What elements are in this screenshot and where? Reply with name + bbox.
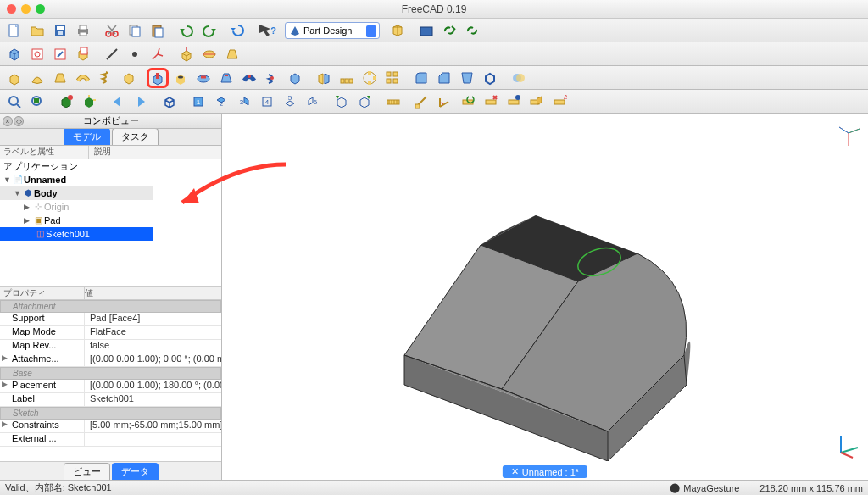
edit-sketch-button[interactable] [49,44,71,64]
close-tab-icon[interactable]: ✕ [511,466,519,477]
revolve-button[interactable] [198,44,220,64]
iso-view-icon[interactable] [159,92,181,112]
measure-toggle-icon[interactable] [503,92,525,112]
sub-prim-icon[interactable] [284,68,306,88]
open-file-button[interactable] [26,20,48,41]
prop-constraints[interactable]: ▶Constraints[5.00 mm;-65.00 mm;15.00 mm] [0,420,221,433]
nav-cube-icon[interactable] [834,119,863,147]
fit-selection-icon[interactable] [26,92,48,112]
new-file-button[interactable] [3,20,25,41]
linear-pattern-icon[interactable] [336,68,358,88]
front-view-icon[interactable]: 1 [187,92,209,112]
datum-point-icon[interactable] [124,44,146,64]
panel-close-icon[interactable]: × [3,116,13,126]
prop-placement[interactable]: ▶Placement[(0.00 0.00 1.00); 180.00 °; (… [0,380,221,393]
tab-data[interactable]: データ [112,463,159,480]
additive-prim-icon[interactable] [118,68,140,88]
pad-icon[interactable] [3,68,25,88]
measure-refresh-icon[interactable] [457,92,479,112]
copy-button[interactable] [124,20,146,41]
top-view-icon[interactable]: 2 [210,92,232,112]
link-actions-icon[interactable] [461,20,483,41]
measure-toggle3d-icon[interactable] [526,92,548,112]
tree-body[interactable]: ▼⬢Body [0,186,153,200]
3d-viewport[interactable]: ✕Unnamed : 1* [222,114,868,480]
right-view-icon[interactable]: 3 [233,92,255,112]
model-tree[interactable]: アプリケーション ▼📄Unnamed ▼⬢Body ▶⊹Origin ▶▣Pad… [0,159,221,286]
nav-style-label[interactable]: MayaGesture [683,483,739,493]
tree-origin[interactable]: ▶⊹Origin [0,200,221,214]
thickness-icon[interactable] [479,68,501,88]
workbench-selector[interactable]: Part Design [285,22,380,39]
bottom-view-icon[interactable]: 5 [279,92,301,112]
redo-button[interactable] [198,20,220,41]
sub-loft-icon[interactable] [215,68,237,88]
hole-icon[interactable] [170,68,192,88]
pocket-button-highlighted[interactable] [147,68,169,88]
multitransform-icon[interactable] [381,68,403,88]
datum-line-icon[interactable] [101,44,123,64]
sub-helix-icon[interactable] [261,68,283,88]
paste-button[interactable] [147,20,169,41]
sketch-icon: ◫ [34,229,46,239]
mirror-icon[interactable] [313,68,335,88]
nav-back-icon[interactable] [107,92,129,112]
loft-button[interactable] [221,44,243,64]
prop-mapmode[interactable]: Map ModeFlatFace [0,326,221,340]
tab-task[interactable]: タスク [112,128,159,145]
tab-view[interactable]: ビュー [64,463,110,480]
tree-sketch-selected[interactable]: ◫Sketch001 [0,227,153,241]
rotate-left-icon[interactable] [331,92,353,112]
draft-icon[interactable] [456,68,478,88]
map-sketch-button[interactable] [72,44,94,64]
prop-maprev[interactable]: Map Rev...false [0,340,221,353]
datum-cs-icon[interactable] [147,44,169,64]
save-button[interactable] [49,20,71,41]
rear-view-icon[interactable]: 4 [256,92,278,112]
panel-float-icon[interactable]: ◇ [14,116,24,126]
boolean-icon[interactable] [508,68,530,88]
prop-attachoffset[interactable]: ▶Attachme...[(0.00 0.00 1.00); 0.00 °; (… [0,353,221,367]
chamfer-icon[interactable] [433,68,455,88]
measure-clear-icon[interactable] [480,92,502,112]
rotate-right-icon[interactable] [353,92,376,112]
measure-dist-icon[interactable] [382,92,404,112]
nav-style-icon[interactable]: ⬤ [670,482,680,493]
prop-external[interactable]: External ... [0,433,221,447]
sub-pipe-icon[interactable] [238,68,260,88]
revolution-icon[interactable] [26,68,48,88]
tab-model[interactable]: モデル [64,128,110,145]
print-button[interactable] [72,20,94,41]
prop-label[interactable]: LabelSketch001 [0,393,221,407]
parts-icon[interactable] [387,20,409,41]
document-tab[interactable]: ✕Unnamed : 1* [503,465,587,478]
sketch-button[interactable] [26,44,48,64]
fit-all-icon[interactable] [3,92,25,112]
group-icon[interactable] [415,20,437,41]
left-view-icon[interactable]: 6 [302,92,324,112]
draw-style-icon[interactable] [55,92,77,112]
whatsthis-button[interactable]: ? [256,20,278,41]
measure-angular-icon[interactable] [434,92,456,112]
svg-point-24 [270,76,274,80]
polar-pattern-icon[interactable] [359,68,381,88]
measure-toggledelta-icon[interactable]: Δ [548,92,570,112]
tree-doc[interactable]: ▼📄Unnamed [0,173,221,186]
prop-support[interactable]: SupportPad [Face4] [0,313,221,326]
tree-pad[interactable]: ▶▣Pad [0,214,221,227]
body-button[interactable] [3,44,25,64]
undo-button[interactable] [175,20,198,41]
fillet-icon[interactable] [410,68,432,88]
refresh-button[interactable] [227,20,249,41]
additive-helix-icon[interactable] [95,68,117,88]
nav-forward-icon[interactable] [130,92,152,112]
additive-loft-icon[interactable] [49,68,71,88]
measure-linear-icon[interactable] [411,92,433,112]
bounding-box-icon[interactable] [78,92,100,112]
additive-pipe-icon[interactable] [72,68,94,88]
link-make-icon[interactable] [438,20,460,41]
tree-app[interactable]: アプリケーション [0,159,221,173]
groove-icon[interactable] [192,68,214,88]
pad-button[interactable] [175,44,198,64]
cut-button[interactable] [101,20,123,41]
